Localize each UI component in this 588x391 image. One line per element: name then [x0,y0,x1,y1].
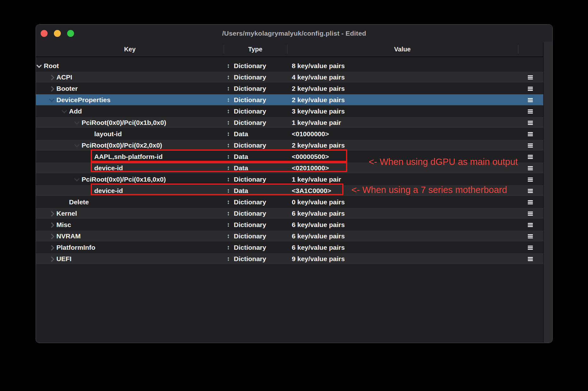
row-value[interactable]: 6 key/value pairs [292,231,345,242]
row-value[interactable]: 3 key/value pairs [292,106,345,117]
row-menu-icon[interactable] [528,121,533,122]
disclosure-triangle-expanded[interactable] [74,142,80,148]
row-menu-icon[interactable] [528,109,533,110]
row-type[interactable]: Dictionary [234,60,266,71]
row-value[interactable]: <01000000> [292,128,329,139]
table-row[interactable]: ACPI↕Dictionary4 key/value pairs [36,72,543,83]
row-type[interactable]: Dictionary [234,140,266,151]
row-menu-icon[interactable] [528,178,533,178]
row-value[interactable]: 2 key/value pairs [292,94,345,105]
disclosure-triangle-collapsed[interactable] [49,257,55,262]
row-type[interactable]: Data [234,162,248,173]
column-header-key[interactable]: Key [124,42,136,56]
column-divider[interactable] [224,45,224,54]
row-type[interactable]: Data [234,185,248,196]
table-row[interactable]: NVRAM↕Dictionary6 key/value pairs [36,231,543,242]
disclosure-triangle-collapsed[interactable] [49,234,55,239]
row-value[interactable]: <02010000> [292,162,329,173]
scrollbar-track[interactable] [543,42,553,343]
row-type[interactable]: Dictionary [234,208,266,219]
row-menu-icon[interactable] [528,166,533,167]
row-menu-icon[interactable] [528,246,533,247]
row-key: PciRoot(0x0)/Pci(0x16,0x0) [82,174,166,185]
row-menu-icon[interactable] [528,189,533,190]
row-type[interactable]: Dictionary [234,94,266,105]
row-menu-icon[interactable] [528,257,533,258]
titlebar[interactable]: /Users/mykolagrymalyuk/config.plist - Ed… [36,25,552,42]
table-row[interactable]: AAPL,snb-platform-id↕Data<00000500> [36,151,543,162]
row-menu-icon[interactable] [528,200,533,201]
table-row[interactable]: PciRoot(0x0)/Pci(0x1b,0x0)↕Dictionary1 k… [36,117,543,128]
column-divider[interactable] [518,45,518,54]
disclosure-triangle-collapsed[interactable] [49,211,55,217]
disclosure-triangle-expanded[interactable] [74,120,80,125]
zoom-button[interactable] [67,30,74,37]
disclosure-triangle-expanded[interactable] [49,97,55,102]
row-type[interactable]: Dictionary [234,253,266,264]
table-row[interactable]: UEFI↕Dictionary9 key/value pairs [36,253,543,265]
disclosure-triangle-collapsed[interactable] [49,245,55,251]
table-row[interactable]: layout-id↕Data<01000000> [36,128,543,140]
close-button[interactable] [41,30,48,37]
row-value[interactable]: 2 key/value pairs [292,140,345,151]
column-divider[interactable] [287,45,287,54]
table-row[interactable]: Root↕Dictionary8 key/value pairs [36,60,543,72]
row-menu-icon[interactable] [528,155,533,156]
table-row[interactable]: Booter↕Dictionary2 key/value pairs [36,83,543,94]
disclosure-triangle-collapsed[interactable] [49,86,55,92]
row-type[interactable]: Dictionary [234,196,266,207]
row-value[interactable]: <00000500> [292,151,329,162]
type-updown-icon: ↕ [227,208,230,219]
row-value[interactable]: 6 key/value pairs [292,242,345,253]
table-row[interactable]: Kernel↕Dictionary6 key/value pairs [36,208,543,219]
row-value[interactable]: 0 key/value pairs [292,196,345,207]
row-value[interactable]: 9 key/value pairs [292,253,345,264]
row-key: Root [44,60,59,71]
table-row[interactable]: PciRoot(0x0)/Pci(0x2,0x0)↕Dictionary2 ke… [36,140,543,151]
row-value[interactable]: 1 key/value pair [292,117,341,128]
row-type[interactable]: Dictionary [234,174,266,185]
disclosure-triangle-collapsed[interactable] [49,223,55,228]
row-value[interactable]: 1 key/value pair [292,174,341,185]
row-menu-icon[interactable] [528,143,533,144]
table-row[interactable]: device-id↕Data<3A1C0000> [36,185,543,196]
row-type[interactable]: Data [234,128,248,139]
row-menu-icon[interactable] [528,212,533,213]
disclosure-triangle-expanded[interactable] [62,108,67,114]
row-type[interactable]: Dictionary [234,242,266,253]
table-row[interactable]: PlatformInfo↕Dictionary6 key/value pairs [36,242,543,253]
row-menu-icon[interactable] [528,234,533,235]
table-row[interactable]: Add↕Dictionary3 key/value pairs [36,106,543,117]
row-menu-icon[interactable] [528,98,533,99]
row-type[interactable]: Dictionary [234,83,266,94]
column-header-type[interactable]: Type [248,42,262,56]
row-value[interactable]: <3A1C0000> [292,185,331,196]
row-value[interactable]: 6 key/value pairs [292,219,345,230]
row-menu-icon[interactable] [528,132,533,133]
table-row[interactable]: Delete↕Dictionary0 key/value pairs [36,196,543,208]
disclosure-triangle-expanded[interactable] [37,63,42,68]
table-row[interactable]: device-id↕Data<02010000> [36,162,543,174]
table-row[interactable]: PciRoot(0x0)/Pci(0x16,0x0)↕Dictionary1 k… [36,174,543,185]
row-menu-icon[interactable] [528,87,533,88]
row-type[interactable]: Dictionary [234,231,266,242]
row-type[interactable]: Dictionary [234,72,266,83]
disclosure-triangle-expanded[interactable] [74,176,80,182]
row-menu-icon[interactable] [528,223,533,224]
row-type[interactable]: Dictionary [234,106,266,117]
table-row[interactable]: Misc↕Dictionary6 key/value pairs [36,219,543,231]
row-type[interactable]: Dictionary [234,117,266,128]
row-value[interactable]: 6 key/value pairs [292,208,345,219]
column-header-value[interactable]: Value [394,42,411,56]
row-type[interactable]: Data [234,151,248,162]
minimize-button[interactable] [54,30,61,37]
row-value[interactable]: 8 key/value pairs [292,60,345,71]
disclosure-triangle-collapsed[interactable] [49,75,55,80]
row-key: DeviceProperties [56,94,111,105]
row-value[interactable]: 4 key/value pairs [292,72,345,83]
desktop-background: /Users/mykolagrymalyuk/config.plist - Ed… [0,0,588,391]
row-menu-icon[interactable] [528,75,533,76]
row-value[interactable]: 2 key/value pairs [292,83,345,94]
row-type[interactable]: Dictionary [234,219,266,230]
table-row[interactable]: DeviceProperties↕Dictionary2 key/value p… [36,94,543,106]
